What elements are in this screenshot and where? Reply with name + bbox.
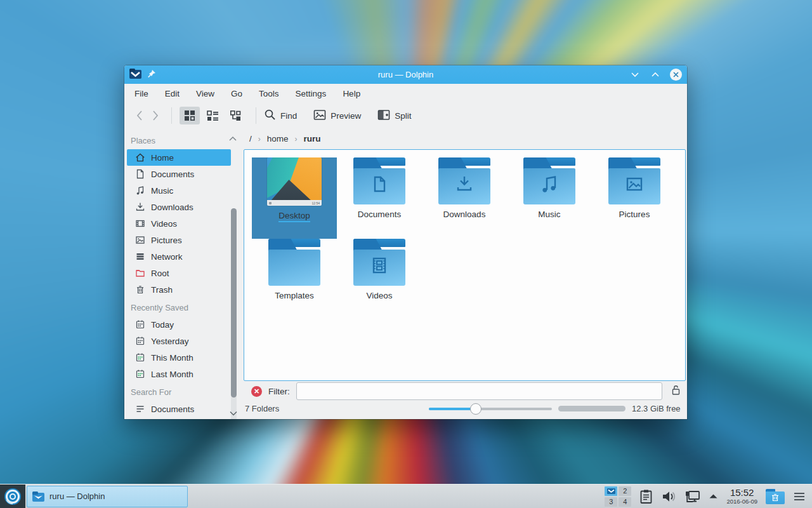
tray-expander-icon[interactable]	[709, 493, 718, 499]
app-launcher-button[interactable]	[0, 485, 25, 508]
menu-view[interactable]: View	[196, 89, 214, 98]
sidebar-item-yesterday[interactable]: Yesterday	[127, 333, 231, 349]
launcher-logo-icon	[3, 487, 22, 506]
lock-icon[interactable]	[671, 385, 681, 398]
close-filter-button[interactable]: ✕	[251, 386, 262, 397]
menu-file[interactable]: File	[134, 89, 148, 98]
collapse-places-icon[interactable]	[228, 136, 237, 142]
breadcrumb-root[interactable]: /	[249, 134, 252, 144]
sidebar-item-this-month[interactable]: This Month	[127, 349, 231, 366]
zoom-slider-handle[interactable]	[470, 403, 481, 415]
image-icon	[135, 235, 145, 245]
clipboard-icon[interactable]	[639, 489, 653, 504]
find-button[interactable]: Find	[264, 109, 297, 123]
toolbar-separator	[171, 107, 172, 124]
menu-edit[interactable]: Edit	[165, 89, 180, 98]
calendar-icon	[135, 319, 145, 330]
details-view-button[interactable]	[202, 107, 223, 124]
filter-input[interactable]	[296, 382, 662, 400]
desktop: ruru — Dolphin	[0, 0, 812, 508]
digital-clock[interactable]: 15:52 2016-06-09	[726, 488, 757, 505]
folder-documents[interactable]: Documents	[337, 157, 422, 239]
preview-label: Preview	[331, 111, 361, 121]
preview-icon	[313, 109, 326, 123]
sidebar-item-search-documents[interactable]: Documents	[127, 401, 231, 417]
music-glyph-icon	[538, 173, 561, 196]
desktop-preview-thumbnail: 12:54	[267, 157, 322, 206]
virtual-desktop-pager[interactable]: 2 3 4	[605, 486, 631, 507]
clock-time: 15:52	[726, 488, 757, 498]
menu-settings[interactable]: Settings	[296, 89, 327, 98]
folder-desktop[interactable]: 12:54 Desktop	[252, 157, 337, 239]
split-icon	[377, 109, 390, 123]
search-for-section-title: Search For	[124, 382, 244, 401]
free-space-label: 12.3 GiB free	[632, 404, 681, 413]
sidebar-item-home[interactable]: Home	[127, 149, 231, 166]
sidebar-scroll-down-icon[interactable]	[228, 410, 239, 417]
film-glyph-icon	[368, 254, 391, 277]
folder-videos[interactable]: Videos	[337, 239, 422, 320]
breadcrumb-current[interactable]: ruru	[304, 134, 321, 144]
sidebar-item-documents[interactable]: Documents	[127, 166, 231, 182]
menu-go[interactable]: Go	[231, 89, 242, 98]
pager-desktop-4[interactable]: 4	[619, 497, 631, 507]
folder-view[interactable]: 12:54 Desktop Documents	[244, 149, 686, 381]
pager-desktop-2[interactable]: 2	[619, 486, 631, 496]
pager-desktop-3[interactable]: 3	[605, 497, 617, 507]
sidebar-item-videos[interactable]: Videos	[127, 215, 231, 232]
pager-desktop-1[interactable]	[605, 486, 617, 496]
menu-help[interactable]: Help	[343, 89, 360, 98]
sidebar-item-trash[interactable]: Trash	[127, 281, 231, 298]
sidebar-item-pictures[interactable]: Pictures	[127, 232, 231, 248]
download-icon	[135, 202, 145, 212]
status-bar: 7 Folders 12.3 GiB free	[244, 401, 687, 418]
dolphin-window: ruru — Dolphin	[124, 65, 687, 419]
sidebar-item-last-month[interactable]: Last Month	[127, 366, 231, 382]
folder-music[interactable]: Music	[507, 157, 592, 239]
breadcrumb-separator-icon: ›	[295, 135, 298, 144]
split-button[interactable]: Split	[377, 109, 411, 123]
zoom-slider[interactable]	[429, 403, 552, 414]
home-icon	[135, 152, 145, 163]
sidebar-item-today[interactable]: Today	[127, 316, 231, 333]
sidebar-item-network[interactable]: Network	[127, 248, 231, 265]
sidebar-item-downloads[interactable]: Downloads	[127, 199, 231, 215]
tree-view-button[interactable]	[225, 107, 246, 124]
download-glyph-icon	[453, 173, 476, 196]
system-tray: 2 3 4 15:52 2016-06-09	[605, 486, 812, 507]
folder-downloads[interactable]: Downloads	[422, 157, 507, 239]
back-button[interactable]	[131, 107, 147, 124]
forward-button[interactable]	[147, 107, 164, 124]
sidebar-item-music[interactable]: Music	[127, 182, 231, 199]
volume-icon[interactable]	[661, 490, 676, 504]
document-lines-icon	[135, 404, 145, 414]
minimize-button[interactable]	[629, 69, 641, 81]
filter-label: Filter:	[268, 387, 290, 396]
menu-tools[interactable]: Tools	[259, 89, 279, 98]
pin-icon[interactable]	[147, 69, 156, 81]
disk-capacity-bar	[558, 406, 625, 411]
folder-icon	[268, 239, 320, 286]
document-icon	[135, 169, 145, 179]
close-button[interactable]	[670, 69, 682, 81]
titlebar[interactable]: ruru — Dolphin	[124, 65, 687, 84]
panel-settings-icon[interactable]	[793, 491, 806, 502]
sidebar-scrollbar-thumb[interactable]	[231, 208, 237, 398]
icons-view-button[interactable]	[180, 107, 200, 124]
maximize-button[interactable]	[650, 69, 661, 81]
calendar-icon	[135, 336, 145, 346]
folder-icon	[438, 157, 490, 204]
folder-pictures[interactable]: Pictures	[592, 157, 677, 239]
taskbar-task-dolphin[interactable]: ruru — Dolphin	[27, 486, 188, 507]
music-note-icon	[135, 185, 145, 196]
folder-templates[interactable]: Templates	[252, 239, 337, 320]
recently-saved-section-title: Recently Saved	[124, 298, 244, 316]
preview-button[interactable]: Preview	[313, 109, 361, 123]
trash-icon	[135, 284, 145, 295]
breadcrumb-home[interactable]: home	[267, 134, 289, 144]
window-title: ruru — Dolphin	[124, 70, 687, 79]
trash-widget[interactable]	[766, 489, 785, 504]
sidebar-item-root[interactable]: Root	[127, 265, 231, 281]
network-icon[interactable]	[684, 490, 700, 504]
document-glyph-icon	[368, 173, 391, 196]
